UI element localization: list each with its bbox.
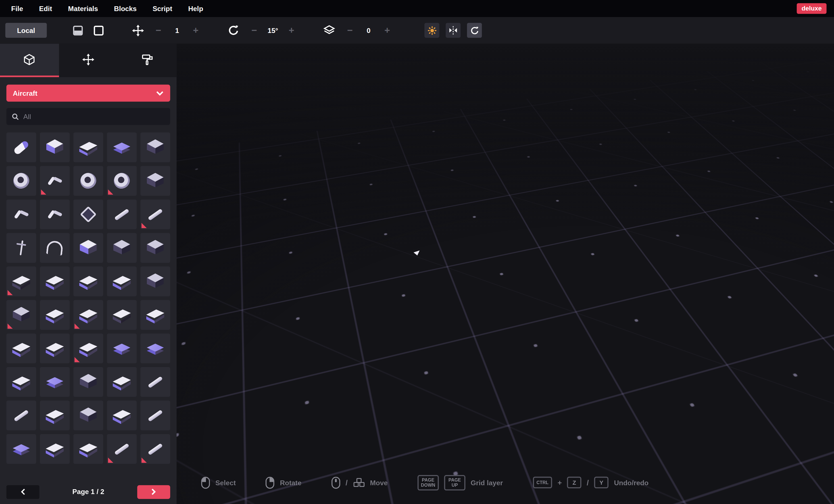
rotation-origin-button[interactable] (424, 23, 439, 38)
blocks-icon (353, 478, 365, 487)
part-tile[interactable] (73, 333, 103, 364)
tab-transform[interactable] (59, 44, 117, 77)
part-tile[interactable] (40, 266, 70, 296)
new-part-badge (141, 457, 147, 463)
tab-blocks[interactable] (0, 44, 59, 77)
part-tile[interactable] (107, 434, 137, 464)
part-thumbnail (114, 173, 130, 189)
ctrl-key: CTRL (533, 477, 552, 488)
full-block-toggle[interactable] (91, 23, 105, 37)
part-tile[interactable] (73, 300, 103, 330)
part-tile[interactable] (40, 199, 70, 229)
part-tile[interactable] (140, 400, 170, 431)
part-tile[interactable] (6, 199, 36, 229)
local-coords-button[interactable]: Local (5, 23, 47, 38)
part-tile[interactable] (140, 199, 170, 229)
mouse-middle-icon (331, 477, 340, 489)
menu-item-edit[interactable]: Edit (31, 0, 60, 17)
part-thumbnail (112, 238, 131, 257)
part-tile[interactable] (40, 400, 70, 431)
part-tile[interactable] (6, 434, 36, 464)
new-part-badge (108, 190, 113, 195)
part-tile[interactable] (40, 367, 70, 397)
menu-item-materials[interactable]: Materials (60, 0, 106, 17)
category-label: Aircraft (13, 89, 38, 97)
part-tile[interactable] (140, 367, 170, 397)
deluxe-badge[interactable]: deluxe (797, 3, 827, 14)
part-tile[interactable] (73, 233, 103, 263)
menu-item-blocks[interactable]: Blocks (106, 0, 145, 17)
layers-icon (323, 23, 336, 37)
part-thumbnail (112, 138, 131, 157)
part-tile[interactable] (40, 434, 70, 464)
category-dropdown[interactable]: Aircraft (6, 85, 170, 102)
part-tile[interactable] (6, 266, 36, 296)
rotate-step-minus-button[interactable]: − (248, 26, 261, 35)
part-tile[interactable] (73, 367, 103, 397)
move-step-minus-button[interactable]: − (152, 26, 165, 35)
part-tile[interactable] (140, 300, 170, 330)
part-tile[interactable] (40, 300, 70, 330)
part-tile[interactable] (6, 300, 36, 330)
part-tile[interactable] (107, 367, 137, 397)
prev-page-button[interactable] (6, 485, 39, 499)
part-tile[interactable] (40, 233, 70, 263)
part-tile[interactable] (73, 132, 103, 162)
search-bar (6, 108, 170, 125)
part-thumbnail (79, 372, 98, 392)
part-tile[interactable] (107, 132, 137, 162)
mirror-button[interactable] (446, 23, 460, 38)
part-tile[interactable] (107, 266, 137, 296)
grid-layer-value: 0 (356, 26, 381, 35)
part-tile[interactable] (107, 333, 137, 364)
part-tile[interactable] (140, 266, 170, 296)
rotate-step-group: − 15° + (227, 23, 298, 37)
part-tile[interactable] (140, 132, 170, 162)
part-tile[interactable] (73, 400, 103, 431)
part-tile[interactable] (73, 434, 103, 464)
part-tile[interactable] (6, 132, 36, 162)
part-thumbnail (114, 208, 130, 220)
menu-item-file[interactable]: File (3, 0, 31, 17)
part-tile[interactable] (107, 400, 137, 431)
half-block-toggle[interactable] (71, 23, 85, 37)
part-tile[interactable] (107, 300, 137, 330)
part-tile[interactable] (107, 199, 137, 229)
hint-rotate-label: Rotate (280, 479, 301, 487)
menu-item-help[interactable]: Help (180, 0, 211, 17)
part-tile[interactable] (40, 166, 70, 196)
part-tile[interactable] (40, 132, 70, 162)
part-thumbnail (146, 272, 165, 291)
search-input[interactable] (23, 112, 165, 120)
part-tile[interactable] (107, 166, 137, 196)
move-step-plus-button[interactable]: + (190, 26, 202, 35)
move-tool-icon (82, 53, 94, 66)
part-tile[interactable] (107, 233, 137, 263)
mouse-right-icon (266, 477, 275, 489)
viewport-3d[interactable]: Select Rotate / (177, 44, 834, 504)
tab-paint[interactable] (117, 44, 176, 77)
menu-item-script[interactable]: Script (145, 0, 180, 17)
part-tile[interactable] (73, 166, 103, 196)
reset-rotation-button[interactable] (467, 23, 482, 38)
part-tile[interactable] (140, 166, 170, 196)
part-tile[interactable] (6, 400, 36, 431)
grid-layer-minus-button[interactable]: − (344, 26, 356, 35)
part-tile[interactable] (6, 233, 36, 263)
part-tile[interactable] (140, 333, 170, 364)
part-tile[interactable] (140, 434, 170, 464)
part-tile[interactable] (40, 333, 70, 364)
next-page-button[interactable] (137, 485, 170, 499)
part-tile[interactable] (73, 266, 103, 296)
part-tile[interactable] (6, 367, 36, 397)
part-tile[interactable] (140, 233, 170, 263)
part-thumbnail (12, 439, 31, 459)
grid-layer-plus-button[interactable]: + (381, 26, 394, 35)
rotate-step-plus-button[interactable]: + (285, 26, 298, 35)
part-tile[interactable] (73, 199, 103, 229)
part-thumbnail (79, 339, 98, 358)
half-block-icon (72, 25, 83, 36)
part-tile[interactable] (6, 166, 36, 196)
pagination: Page 1 / 2 (6, 485, 170, 499)
part-tile[interactable] (6, 333, 36, 364)
